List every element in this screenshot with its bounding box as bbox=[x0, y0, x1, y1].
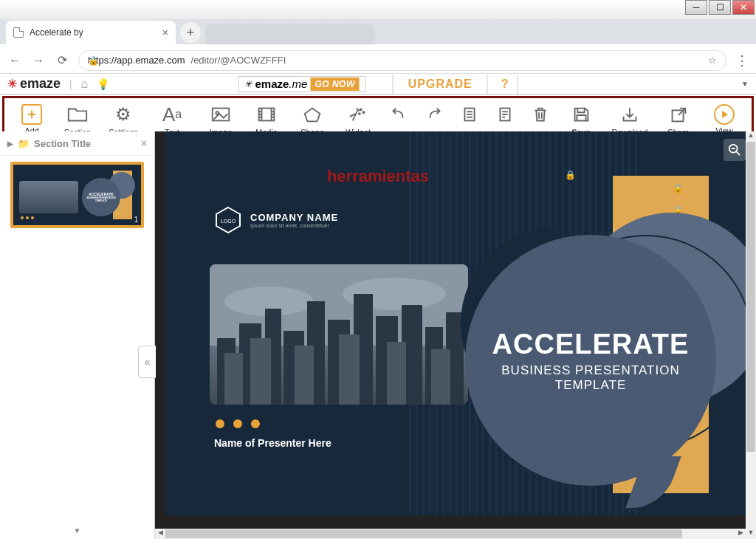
browser-address-bar: ← → ⟳ 🔒 https://app.emaze.com/editor/@AO… bbox=[0, 47, 756, 74]
header-dropdown-icon[interactable]: ▼ bbox=[741, 80, 749, 88]
company-block[interactable]: LOGO COMPANY NAME Ipsum dolor sit amet, … bbox=[213, 205, 338, 235]
section-close-button[interactable]: × bbox=[141, 137, 147, 149]
copy-button[interactable] bbox=[452, 103, 487, 126]
sidebar-collapse-button[interactable]: « bbox=[138, 346, 156, 378]
browser-tab-active[interactable]: Accelerate by × bbox=[6, 21, 176, 44]
emaze-logo-text: emaze bbox=[20, 76, 61, 92]
zoom-button[interactable] bbox=[724, 139, 746, 161]
window-close-button[interactable]: ✕ bbox=[732, 0, 755, 15]
scrollbar-thumb[interactable] bbox=[746, 142, 755, 452]
browser-menu-button[interactable]: ⋮ bbox=[735, 52, 749, 69]
collapse-triangle-icon: ▶ bbox=[7, 140, 13, 148]
annotation-label: herramientas bbox=[327, 167, 429, 186]
scroll-left-icon[interactable]: ◀ bbox=[155, 529, 165, 539]
trash-icon bbox=[529, 103, 551, 126]
add-button[interactable]: + Add bbox=[9, 103, 55, 135]
thumb-dots bbox=[21, 216, 34, 219]
emaze-me-icon: ✳ bbox=[244, 79, 252, 89]
help-button[interactable]: ? bbox=[492, 75, 518, 94]
view-button[interactable]: View bbox=[701, 103, 747, 135]
folder-small-icon: 📁 bbox=[18, 138, 30, 149]
lightbulb-icon[interactable]: 💡 bbox=[97, 78, 109, 90]
plus-icon: + bbox=[21, 104, 42, 125]
sidebar-footer-dropdown[interactable]: ▼ bbox=[0, 522, 154, 539]
slides-sidebar: ▶ 📁 Section Title × ACCELERATE BUSINESS … bbox=[0, 131, 155, 539]
download-icon bbox=[619, 103, 641, 126]
company-name: COMPANY NAME bbox=[250, 212, 338, 223]
home-icon[interactable]: ⌂ bbox=[80, 78, 88, 91]
share-icon bbox=[667, 103, 690, 126]
emaze-logo[interactable]: emaze bbox=[7, 76, 61, 92]
back-button[interactable]: ← bbox=[7, 54, 22, 67]
canvas-area[interactable]: 🔒 🔒 🔒 🔒 LOGO COMPANY NAME Ipsum dolor si… bbox=[155, 131, 756, 539]
scroll-right-icon[interactable]: ▶ bbox=[735, 529, 746, 539]
slide-dots[interactable] bbox=[216, 419, 260, 428]
scroll-up-icon[interactable]: ▲ bbox=[746, 131, 756, 142]
emaze-me-label: emaze.me bbox=[255, 78, 307, 90]
slide-title: ACCELERATE bbox=[492, 329, 690, 360]
svg-rect-45 bbox=[295, 346, 314, 405]
svg-rect-43 bbox=[224, 353, 243, 405]
lock-icon: 🔒 bbox=[565, 170, 576, 180]
media-icon bbox=[255, 103, 278, 126]
presenter-name[interactable]: Name of Presenter Here bbox=[214, 437, 331, 449]
lock-icon: 🔒 bbox=[88, 55, 99, 66]
app-header: emaze | ⌂ 💡 ✳ emaze.me GO NOW UPGRADE ? … bbox=[0, 74, 756, 95]
url-path: /editor/@AOCWZFFFI bbox=[191, 55, 286, 66]
slide-canvas[interactable]: 🔒 🔒 🔒 🔒 LOGO COMPANY NAME Ipsum dolor si… bbox=[165, 131, 746, 515]
reload-button[interactable]: ⟳ bbox=[55, 53, 69, 67]
redo-icon bbox=[423, 103, 445, 126]
emaze-logo-icon bbox=[7, 77, 17, 91]
vertical-scrollbar[interactable]: ▲ ▼ bbox=[746, 131, 756, 539]
magnifier-icon bbox=[728, 143, 741, 157]
folder-icon bbox=[66, 103, 89, 126]
new-tab-button[interactable]: + bbox=[180, 22, 201, 43]
slide-subtitle-1: BUSINESS PRESENTATION bbox=[501, 363, 679, 378]
scroll-down-icon[interactable]: ▼ bbox=[746, 529, 756, 539]
page-icon bbox=[13, 27, 24, 38]
svg-rect-47 bbox=[387, 342, 406, 405]
window-minimize-button[interactable]: ─ bbox=[685, 0, 707, 15]
svg-point-12 bbox=[360, 109, 362, 111]
shape-icon bbox=[301, 103, 323, 126]
city-image[interactable] bbox=[210, 264, 468, 405]
hexagon-logo-icon: LOGO bbox=[213, 205, 243, 235]
browser-tab-inactive[interactable] bbox=[205, 24, 375, 44]
thumb-sub2: TEMPLATE bbox=[95, 199, 107, 202]
slide-thumbnail[interactable]: ACCELERATE BUSINESS PRESENTATION TEMPLAT… bbox=[10, 162, 144, 228]
widget-icon bbox=[347, 103, 369, 126]
title-circle[interactable]: ACCELERATE BUSINESS PRESENTATION TEMPLAT… bbox=[465, 235, 716, 486]
browser-tab-strip: Accelerate by × + bbox=[0, 19, 756, 44]
tab-title: Accelerate by bbox=[30, 27, 83, 38]
upgrade-button[interactable]: UPGRADE bbox=[393, 75, 488, 94]
svg-rect-44 bbox=[250, 338, 271, 405]
thumb-circle-front: ACCELERATE BUSINESS PRESENTATION TEMPLAT… bbox=[82, 178, 120, 216]
section-header[interactable]: ▶ 📁 Section Title × bbox=[0, 131, 154, 156]
section-title-label: Section Title bbox=[34, 138, 91, 149]
thumb-city-image bbox=[19, 181, 78, 213]
redo-button[interactable] bbox=[416, 103, 452, 126]
horizontal-scrollbar[interactable]: ◀ ▶ bbox=[155, 529, 746, 539]
undo-button[interactable] bbox=[381, 103, 416, 126]
url-field[interactable]: 🔒 https://app.emaze.com/editor/@AOCWZFFF… bbox=[78, 50, 726, 71]
bookmark-star-icon[interactable]: ☆ bbox=[708, 55, 717, 66]
gear-icon: ⚙ bbox=[115, 103, 131, 126]
svg-point-13 bbox=[363, 111, 365, 113]
company-tagline: Ipsum dolor sit amet, consectetuer bbox=[250, 223, 338, 228]
play-icon bbox=[714, 104, 735, 125]
window-maximize-button[interactable]: ☐ bbox=[709, 0, 731, 15]
svg-line-25 bbox=[737, 152, 740, 156]
paste-button[interactable] bbox=[487, 103, 523, 126]
paste-icon bbox=[494, 103, 516, 126]
delete-button[interactable] bbox=[523, 103, 558, 126]
undo-icon bbox=[388, 103, 410, 126]
scrollbar-thumb-h[interactable] bbox=[165, 529, 682, 538]
copy-icon bbox=[458, 103, 481, 126]
forward-button[interactable]: → bbox=[31, 54, 46, 67]
slide-number: 1 bbox=[134, 216, 138, 224]
go-now-button[interactable]: GO NOW bbox=[310, 78, 359, 91]
emaze-me-badge[interactable]: ✳ emaze.me GO NOW bbox=[238, 76, 365, 92]
tab-close-button[interactable]: × bbox=[162, 27, 168, 38]
separator: | bbox=[69, 78, 72, 89]
image-icon bbox=[210, 103, 232, 126]
